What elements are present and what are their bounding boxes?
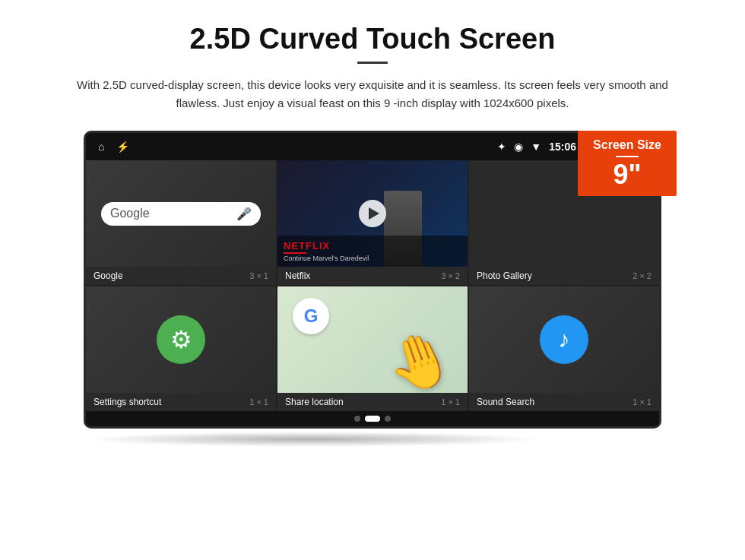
location-label-row: Share location 1 × 1 bbox=[277, 393, 468, 411]
google-label: Google bbox=[94, 271, 123, 281]
play-triangle-icon bbox=[369, 207, 379, 220]
netflix-sub: Continue Marvel's Daredevil bbox=[284, 255, 461, 262]
settings-label-row: Settings shortcut 1 × 1 bbox=[86, 393, 276, 411]
location-icon: ◉ bbox=[514, 141, 523, 153]
settings-label: Settings shortcut bbox=[94, 397, 161, 407]
device-wrapper: Screen Size 9" ⌂ ⚡ ✦ ◉ ▼ 15:06 ⬜ ◁ ✕ ▭ bbox=[84, 131, 661, 447]
google-logo: Google bbox=[110, 207, 236, 220]
settings-cell[interactable]: ⚙ Settings shortcut 1 × 1 bbox=[86, 286, 276, 411]
screen-size-badge: Screen Size 9" bbox=[578, 131, 677, 196]
page-dot-1[interactable] bbox=[354, 416, 360, 422]
google-search-bar[interactable]: Google 🎤 bbox=[101, 202, 261, 226]
device-frame: ⌂ ⚡ ✦ ◉ ▼ 15:06 ⬜ ◁ ✕ ▭ Google � bbox=[84, 131, 661, 429]
usb-icon: ⚡ bbox=[116, 141, 129, 153]
location-preview: G 🤚 bbox=[277, 286, 468, 393]
title-divider bbox=[357, 62, 388, 64]
home-icon[interactable]: ⌂ bbox=[98, 141, 104, 153]
status-bar: ⌂ ⚡ ✦ ◉ ▼ 15:06 ⬜ ◁ ✕ ▭ bbox=[86, 133, 659, 160]
netflix-overlay: NETFLIX Continue Marvel's Daredevil bbox=[277, 236, 468, 267]
google-cell[interactable]: Google 🎤 Google 3 × 1 bbox=[86, 160, 276, 285]
page-dot-2-active[interactable] bbox=[365, 416, 380, 422]
google-label-row: Google 3 × 1 bbox=[86, 267, 276, 285]
location-size: 1 × 1 bbox=[441, 397, 460, 407]
sound-size: 1 × 1 bbox=[632, 397, 651, 407]
page-description: With 2.5D curved-display screen, this de… bbox=[61, 76, 684, 112]
status-left: ⌂ ⚡ bbox=[98, 141, 129, 153]
bluetooth-icon: ✦ bbox=[497, 141, 506, 153]
bottom-bar bbox=[86, 411, 659, 426]
sound-cell[interactable]: ♪ Sound Search 1 × 1 bbox=[469, 286, 659, 411]
location-cell[interactable]: G 🤚 Share location 1 × 1 bbox=[277, 286, 468, 411]
page-title: 2.5D Curved Touch Screen bbox=[190, 23, 556, 55]
gallery-label: Photo Gallery bbox=[477, 271, 532, 281]
netflix-label-row: Netflix 3 × 2 bbox=[277, 267, 468, 285]
play-button[interactable] bbox=[359, 200, 386, 227]
gallery-label-row: Photo Gallery 2 × 2 bbox=[469, 267, 659, 285]
sound-preview: ♪ bbox=[469, 286, 659, 393]
google-preview: Google 🎤 bbox=[86, 160, 276, 267]
location-label: Share location bbox=[285, 397, 344, 407]
status-time: 15:06 bbox=[549, 141, 576, 153]
google-maps-icon: G bbox=[293, 298, 329, 334]
gear-icon: ⚙ bbox=[157, 315, 205, 364]
google-size: 3 × 1 bbox=[249, 271, 268, 280]
netflix-preview: NETFLIX Continue Marvel's Daredevil bbox=[277, 160, 468, 267]
device-shadow bbox=[84, 432, 540, 447]
badge-divider bbox=[616, 156, 639, 157]
badge-label: Screen Size bbox=[584, 138, 670, 152]
badge-size: 9" bbox=[584, 161, 670, 188]
gallery-size: 2 × 2 bbox=[632, 271, 651, 280]
music-note-icon: ♪ bbox=[540, 315, 588, 364]
sound-label: Sound Search bbox=[477, 397, 534, 407]
netflix-brand: NETFLIX bbox=[284, 240, 461, 252]
netflix-cell[interactable]: NETFLIX Continue Marvel's Daredevil Netf… bbox=[277, 160, 468, 285]
wifi-icon: ▼ bbox=[531, 141, 541, 153]
netflix-size: 3 × 2 bbox=[441, 271, 460, 280]
settings-preview: ⚙ bbox=[86, 286, 276, 393]
netflix-underline bbox=[284, 252, 306, 254]
settings-size: 1 × 1 bbox=[249, 397, 268, 407]
app-grid: Google 🎤 Google 3 × 1 bbox=[86, 160, 659, 411]
mic-icon[interactable]: 🎤 bbox=[236, 207, 252, 221]
page-dot-3[interactable] bbox=[385, 416, 391, 422]
sound-label-row: Sound Search 1 × 1 bbox=[469, 393, 659, 411]
netflix-label: Netflix bbox=[285, 271, 310, 281]
